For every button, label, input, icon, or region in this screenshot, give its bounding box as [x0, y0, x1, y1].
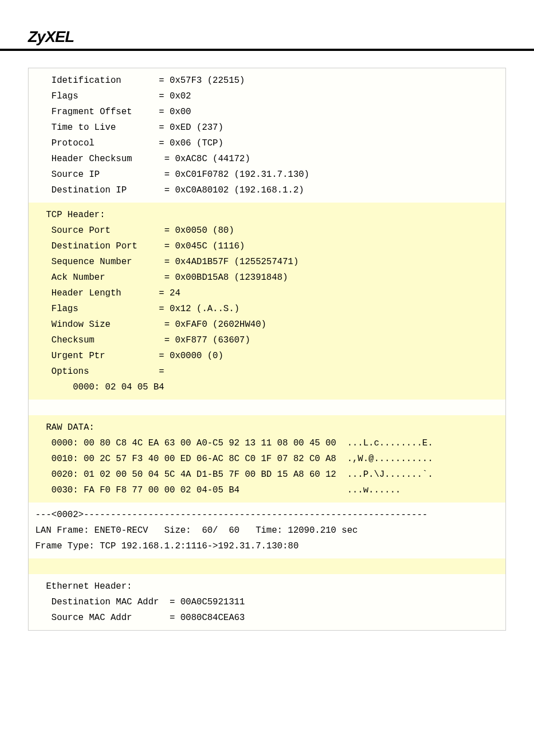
source-ip-value: = 0xC01F0782 (192.31.7.130)	[164, 170, 309, 180]
seq-value: = 0x4AD1B57F (1255257471)	[164, 257, 298, 267]
source-ip-label: Source IP	[35, 170, 164, 180]
raw-data-title: RAW DATA:	[35, 422, 95, 433]
urgent-ptr-label: Urgent Ptr	[35, 351, 159, 361]
spacer-alt	[29, 558, 505, 574]
ack-label: Ack Number	[35, 273, 164, 283]
eth-dst-label: Destination MAC Addr	[35, 597, 170, 607]
flags-label: Flags	[35, 91, 159, 101]
eth-dst-value: = 00A0C5921311	[170, 597, 245, 607]
tcp-checksum-label: Checksum	[35, 335, 164, 345]
fragment-offset-label: Fragment Offset	[35, 107, 159, 117]
ttl-label: Time to Live	[35, 123, 159, 133]
tcp-flags-label: Flags	[35, 304, 159, 314]
raw-data-section: RAW DATA: 0000: 00 80 C8 4C EA 63 00 A0-…	[29, 415, 505, 503]
hlen-label: Header Length	[35, 288, 159, 298]
dst-port-value: = 0x045C (1116)	[164, 241, 245, 251]
separator-line: ---<0002>-------------------------------…	[35, 510, 428, 520]
raw-data-lines: RAW DATA: 0000: 00 80 C8 4C EA 63 00 A0-…	[35, 420, 499, 498]
flags-value: = 0x02	[159, 91, 191, 101]
ttl-value: = 0xED (237)	[159, 123, 223, 133]
ack-value: = 0x00BD15A8 (12391848)	[164, 273, 288, 283]
zyxel-logo: ZyXEL	[28, 28, 506, 46]
destination-ip-value: = 0xC0A80102 (192.168.1.2)	[164, 185, 304, 195]
options-data: 0000: 02 04 05 B4	[35, 382, 164, 392]
src-port-label: Source Port	[35, 226, 164, 236]
protocol-value: = 0x06 (TCP)	[159, 138, 223, 148]
src-port-value: = 0x0050 (80)	[164, 226, 234, 236]
frame-lines: ---<0002>-------------------------------…	[35, 507, 499, 554]
frame-separator-section: ---<0002>-------------------------------…	[29, 503, 505, 558]
spacer	[29, 400, 505, 415]
ethernet-header-section: Ethernet Header: Destination MAC Addr = …	[29, 574, 505, 630]
hlen-value: = 24	[159, 288, 180, 298]
window-size-value: = 0xFAF0 (2602HW40)	[164, 320, 266, 330]
options-label: Options	[35, 367, 159, 377]
seq-label: Sequence Number	[35, 257, 164, 267]
fragment-offset-value: = 0x00	[159, 107, 191, 117]
tcp-flags-value: = 0x12 (.A..S.)	[159, 304, 240, 314]
eth-src-label: Source MAC Addr	[35, 613, 170, 623]
window-size-label: Window Size	[35, 320, 164, 330]
identification-label: Idetification	[35, 76, 159, 86]
ip-header-section: Idetification = 0x57F3 (22515) Flags = 0…	[29, 68, 505, 203]
tcp-header-section: TCP Header: Source Port = 0x0050 (80) De…	[29, 203, 505, 400]
raw-data-line-2: 0020: 01 02 00 50 04 5C 4A D1-B5 7F 00 B…	[35, 469, 433, 480]
ip-header-lines: Idetification = 0x57F3 (22515) Flags = 0…	[35, 73, 499, 198]
raw-data-line-0: 0000: 00 80 C8 4C EA 63 00 A0-C5 92 13 1…	[35, 438, 433, 448]
lan-frame-line: LAN Frame: ENET0-RECV Size: 60/ 60 Time:…	[35, 525, 358, 536]
protocol-label: Protocol	[35, 138, 159, 148]
checksum-label: Header Checksum	[35, 154, 164, 164]
ethernet-header-lines: Ethernet Header: Destination MAC Addr = …	[35, 579, 499, 626]
dst-port-label: Destination Port	[35, 241, 164, 251]
frame-type-line: Frame Type: TCP 192.168.1.2:1116->192.31…	[35, 541, 298, 551]
eth-src-value: = 0080C84CEA63	[170, 613, 245, 623]
raw-data-line-1: 0010: 00 2C 57 F3 40 00 ED 06-AC 8C C0 1…	[35, 454, 433, 464]
urgent-ptr-value: = 0x0000 (0)	[159, 351, 223, 361]
checksum-value: = 0xAC8C (44172)	[164, 154, 250, 164]
packet-dump-content: Idetification = 0x57F3 (22515) Flags = 0…	[28, 68, 506, 631]
tcp-header-lines: TCP Header: Source Port = 0x0050 (80) De…	[35, 207, 499, 395]
tcp-header-title: TCP Header:	[35, 210, 105, 220]
page-header: ZyXEL	[0, 0, 534, 51]
options-value: =	[159, 367, 165, 377]
tcp-checksum-value: = 0xF877 (63607)	[164, 335, 250, 345]
ethernet-header-title: Ethernet Header:	[35, 581, 132, 591]
identification-value: = 0x57F3 (22515)	[159, 76, 245, 86]
destination-ip-label: Destination IP	[35, 185, 164, 195]
raw-data-line-3: 0030: FA F0 F8 77 00 00 02 04-05 B4 ...w…	[35, 485, 401, 495]
